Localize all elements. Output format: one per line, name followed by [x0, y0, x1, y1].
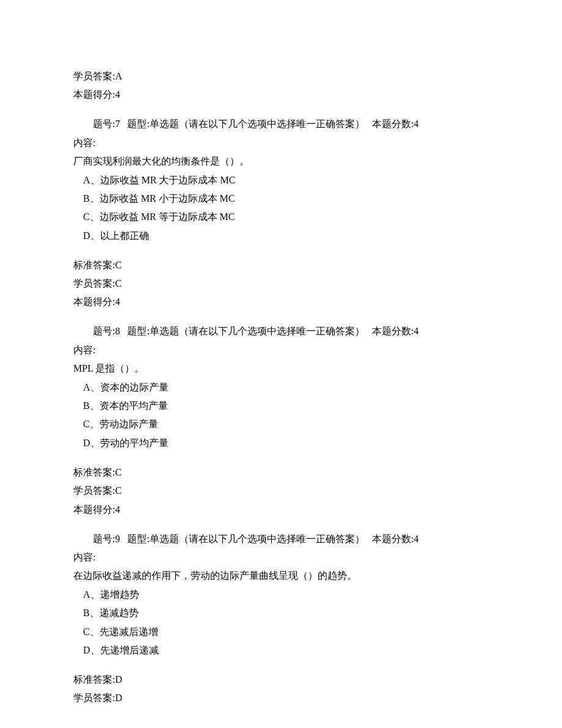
question-number-value: 9 [115, 534, 120, 544]
option-b: B、递减趋势 [73, 604, 489, 622]
question-score-line: 本题得分:4 [73, 293, 489, 311]
question-type-label: 题型: [127, 326, 149, 336]
content-label: 内容: [73, 134, 489, 152]
standard-answer-label: 标准答案: [73, 674, 115, 685]
standard-answer-value: C [115, 260, 122, 270]
spacer [73, 519, 489, 530]
question-type-label: 题型: [127, 534, 149, 544]
student-answer-line: 学员答案:C [73, 274, 489, 293]
question-type-value: 单选题（请在以下几个选项中选择唯一正确答案） [150, 326, 365, 336]
student-answer-value: D [115, 693, 122, 703]
option-d: D、劳动的平均产量 [73, 434, 489, 452]
question-score-line: 本题得分:4 [73, 86, 489, 104]
question-score-value: 4 [115, 296, 120, 307]
standard-answer-line: 标准答案:C [73, 463, 489, 482]
question-score-line: 本题得分:4 [73, 501, 489, 519]
spacer [73, 245, 489, 256]
document-page: 学员答案:A 本题得分:4 题号:7 题型:单选题（请在以下几个选项中选择唯一正… [0, 0, 562, 728]
question-text: MPL 是指（）。 [73, 359, 489, 378]
question-points-value: 4 [414, 119, 418, 129]
student-answer-value: C [115, 485, 122, 496]
question-score-label: 本题得分: [73, 89, 115, 100]
question-points-label: 本题分数: [372, 119, 414, 129]
question-score-label: 本题得分: [73, 504, 115, 515]
question-score-value: 4 [115, 89, 120, 100]
student-answer-label: 学员答案: [73, 71, 115, 81]
option-c: C、边际收益 MR 等于边际成本 MC [73, 208, 489, 226]
question-text: 厂商实现利润最大化的均衡条件是（）。 [73, 152, 489, 171]
option-d: D、先递增后递减 [73, 641, 489, 660]
standard-answer-line: 标准答案:C [73, 256, 489, 274]
option-a: A、边际收益 MR 大于边际成本 MC [73, 171, 489, 189]
standard-answer-value: C [115, 467, 122, 477]
question-number-label: 题号: [93, 119, 115, 129]
student-answer-label: 学员答案: [73, 485, 115, 496]
spacer [73, 660, 489, 671]
question-points-label: 本题分数: [372, 534, 414, 544]
question-number-value: 7 [115, 119, 120, 129]
question-points-value: 4 [414, 534, 418, 544]
question-type-label: 题型: [127, 119, 149, 129]
option-d: D、以上都正确 [73, 227, 489, 245]
student-answer-label: 学员答案: [73, 693, 115, 703]
question-type-value: 单选题（请在以下几个选项中选择唯一正确答案） [150, 534, 365, 544]
option-b: B、边际收益 MR 小于边际成本 MC [73, 189, 489, 208]
standard-answer-value: D [115, 674, 122, 685]
question-score-value: 4 [115, 504, 120, 515]
question-type-value: 单选题（请在以下几个选项中选择唯一正确答案） [150, 119, 365, 129]
spacer [73, 105, 489, 116]
option-c: C、劳动边际产量 [73, 415, 489, 433]
option-b: B、资本的平均产量 [73, 397, 489, 415]
question-points-value: 4 [414, 326, 418, 336]
student-answer-value: C [115, 278, 122, 289]
question-header: 题号:8 题型:单选题（请在以下几个选项中选择唯一正确答案） 本题分数:4 [73, 322, 489, 340]
student-answer-line: 学员答案:D [73, 689, 489, 707]
content-label: 内容: [73, 548, 489, 567]
question-number-label: 题号: [93, 326, 115, 336]
spacer [73, 452, 489, 463]
student-answer-value: A [115, 71, 122, 81]
content-label: 内容: [73, 341, 489, 359]
question-score-label: 本题得分: [73, 296, 115, 307]
question-text: 在边际收益递减的作用下，劳动的边际产量曲线呈现（）的趋势。 [73, 567, 489, 585]
question-header: 题号:7 题型:单选题（请在以下几个选项中选择唯一正确答案） 本题分数:4 [73, 115, 489, 133]
standard-answer-label: 标准答案: [73, 260, 115, 270]
question-points-label: 本题分数: [372, 326, 414, 336]
question-header: 题号:9 题型:单选题（请在以下几个选项中选择唯一正确答案） 本题分数:4 [73, 530, 489, 548]
student-answer-line: 学员答案:C [73, 482, 489, 500]
student-answer-line: 学员答案:A [73, 67, 489, 86]
option-a: A、资本的边际产量 [73, 378, 489, 397]
standard-answer-line: 标准答案:D [73, 671, 489, 689]
option-a: A、递增趋势 [73, 586, 489, 604]
student-answer-label: 学员答案: [73, 278, 115, 289]
standard-answer-label: 标准答案: [73, 467, 115, 477]
question-number-label: 题号: [93, 534, 115, 544]
option-c: C、先递减后递增 [73, 623, 489, 641]
question-number-value: 8 [115, 326, 120, 336]
spacer [73, 312, 489, 323]
